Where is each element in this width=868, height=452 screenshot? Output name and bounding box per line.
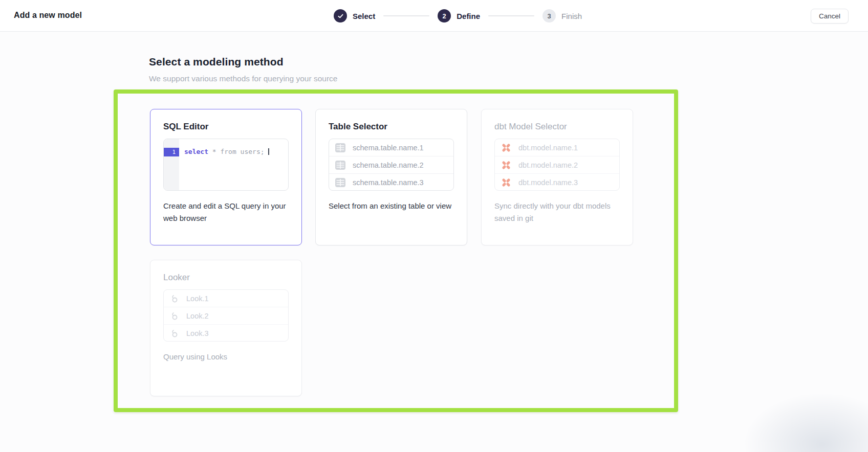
card-sql-editor-title: SQL Editor — [163, 122, 289, 132]
list-item-label: dbt.model.name.1 — [518, 144, 578, 152]
check-icon — [334, 9, 347, 22]
list-item-label: Look.3 — [186, 329, 209, 337]
dbt-icon — [501, 160, 512, 171]
table-icon — [335, 177, 346, 188]
step-finish[interactable]: 3 Finish — [542, 9, 582, 22]
list-item: Look.1 — [164, 290, 288, 307]
card-dbt-model-selector[interactable]: dbt Model Selector dbt.model.name.1 dbt.… — [481, 109, 633, 245]
list-item: Look.2 — [164, 307, 288, 325]
looker-icon — [169, 311, 180, 321]
card-sql-editor-description: Create and edit a SQL query in your web … — [163, 200, 289, 224]
step-select[interactable]: Select — [334, 9, 375, 22]
step-define-number: 2 — [438, 9, 451, 22]
line-number: 1 — [164, 148, 179, 156]
list-item: dbt.model.name.1 — [495, 139, 619, 156]
code-line: select * from users; — [179, 139, 269, 190]
section-subheading: We support various methods for querying … — [149, 74, 337, 83]
step-define[interactable]: 2 Define — [438, 9, 480, 22]
card-table-selector-title: Table Selector — [329, 122, 454, 132]
step-define-label: Define — [457, 12, 480, 20]
looker-icon — [169, 293, 180, 304]
card-table-selector[interactable]: Table Selector schema.table.name.1 schem… — [315, 109, 467, 245]
corner-widget-shadow — [740, 391, 868, 452]
step-connector — [383, 15, 429, 16]
list-item-label: schema.table.name.1 — [353, 144, 424, 152]
add-model-wizard: Add a new model Select 2 Define 3 Finish… — [0, 0, 868, 452]
step-select-label: Select — [353, 12, 375, 20]
step-finish-number: 3 — [542, 9, 556, 22]
list-item-label: Look.1 — [186, 295, 209, 303]
card-looker-description: Query using Looks — [163, 351, 289, 363]
step-finish-label: Finish — [561, 12, 582, 20]
table-list-preview: schema.table.name.1 schema.table.name.2 … — [329, 139, 454, 191]
table-icon — [335, 160, 346, 171]
wizard-stepper: Select 2 Define 3 Finish — [334, 0, 582, 32]
card-looker[interactable]: Looker Look.1 Look.2 Look.3 Query — [150, 260, 302, 396]
card-dbt-description: Sync directly with your dbt models saved… — [494, 200, 620, 224]
looker-list-preview: Look.1 Look.2 Look.3 — [163, 289, 289, 342]
section-heading: Select a modeling method — [149, 56, 284, 68]
list-item: dbt.model.name.2 — [495, 156, 619, 174]
code-rest: * from users; — [208, 148, 268, 155]
dbt-icon — [501, 142, 512, 153]
text-cursor — [268, 148, 269, 155]
step-connector — [488, 15, 534, 16]
code-keyword: select — [184, 148, 208, 155]
card-looker-title: Looker — [163, 273, 289, 283]
list-item-label: schema.table.name.3 — [353, 178, 424, 187]
list-item-label: Look.2 — [186, 312, 209, 320]
list-item: schema.table.name.1 — [329, 139, 453, 156]
page-title: Add a new model — [14, 11, 82, 20]
list-item: schema.table.name.3 — [329, 174, 453, 191]
list-item-label: schema.table.name.2 — [353, 161, 424, 169]
list-item-label: dbt.model.name.2 — [518, 161, 578, 169]
list-item-label: dbt.model.name.3 — [518, 178, 578, 187]
top-bar: Add a new model Select 2 Define 3 Finish… — [0, 0, 868, 32]
list-item: Look.3 — [164, 325, 288, 342]
card-table-selector-description: Select from an existing table or view — [329, 200, 454, 212]
looker-icon — [169, 328, 180, 338]
card-dbt-title: dbt Model Selector — [494, 122, 620, 132]
dbt-list-preview: dbt.model.name.1 dbt.model.name.2 dbt.mo… — [494, 139, 620, 191]
list-item: dbt.model.name.3 — [495, 174, 619, 191]
editor-gutter: 1 — [164, 139, 179, 190]
card-sql-editor[interactable]: SQL Editor 1 select * from users; Create… — [150, 109, 302, 245]
cancel-button[interactable]: Cancel — [811, 9, 849, 24]
dbt-icon — [501, 177, 512, 188]
sql-editor-preview: 1 select * from users; — [163, 139, 289, 191]
table-icon — [335, 142, 346, 153]
list-item: schema.table.name.2 — [329, 156, 453, 174]
